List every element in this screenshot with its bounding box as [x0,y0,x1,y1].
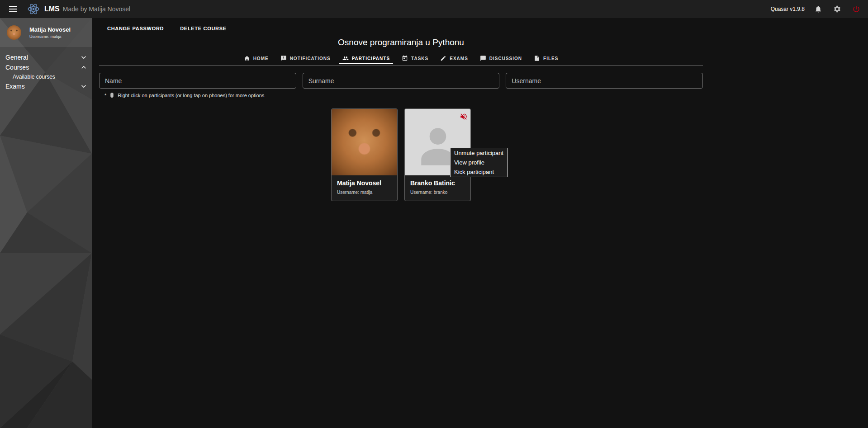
tab-notifications[interactable]: NOTIFICATIONS [275,52,337,65]
username-filter-input[interactable] [506,73,703,89]
people-icon [342,55,349,61]
logout-power-button[interactable] [851,4,862,14]
sidebar: Matija Novosel Username: matija General … [0,18,92,428]
course-actions-row: CHANGE PASSWORD DELETE COURSE [99,24,703,33]
tab-label: TASKS [411,56,428,61]
participant-filters [99,73,703,89]
change-password-button[interactable]: CHANGE PASSWORD [102,24,169,33]
framework-version-label: Quasar v1.9.8 [771,6,805,12]
top-bar: LMS Made by Matija Novosel Quasar v1.9.8 [0,0,868,18]
tab-label: EXAMS [450,56,468,61]
chevron-up-icon [79,63,88,72]
gear-icon [833,5,841,13]
chat-bubble-icon [480,55,486,61]
tab-label: FILES [543,56,558,61]
surname-filter-input[interactable] [303,73,500,89]
main-content: CHANGE PASSWORD DELETE COURSE Osnove pro… [92,18,868,428]
tab-label: PARTICIPANTS [352,56,390,61]
bell-icon [814,5,822,13]
sidebar-item-general[interactable]: General [0,52,92,62]
participant-context-menu: Unmute participant View profile Kick par… [450,148,508,177]
context-menu-item-unmute[interactable]: Unmute participant [451,148,507,158]
announcement-icon [280,55,287,61]
sidebar-item-available-courses[interactable]: Available courses [0,72,92,81]
file-icon [534,55,540,61]
context-menu-hint: * Right click on participants (or long t… [99,92,703,98]
tab-discussion[interactable]: DISCUSSION [474,52,528,65]
sidebar-user-profile[interactable]: Matija Novosel Username: matija [0,18,92,47]
chevron-down-icon [79,53,88,62]
user-username: Username: matija [29,34,71,39]
calendar-icon [402,55,408,61]
menu-toggle-button[interactable] [6,2,20,16]
pencil-icon [440,55,446,61]
participants-grid: Matija Novosel Username: matija [99,108,703,201]
participant-name: Branko Batinic [410,179,465,187]
home-icon [244,55,250,61]
participant-photo [332,109,397,175]
notifications-bell-button[interactable] [813,4,824,14]
delete-course-button[interactable]: DELETE COURSE [175,24,232,33]
app-subtitle: Made by Matija Novosel [63,5,130,13]
tab-participants[interactable]: PARTICIPANTS [337,52,396,65]
settings-gear-button[interactable] [832,4,843,14]
user-name: Matija Novosel [29,26,71,33]
volume-off-icon [460,113,468,121]
sidebar-menu: General Courses Available courses Exams [0,52,92,91]
sidebar-item-exams[interactable]: Exams [0,81,92,91]
app-name: LMS [44,5,60,13]
tab-tasks[interactable]: TASKS [396,52,434,65]
mouse-icon [109,92,115,98]
sidebar-subitem-label: Available courses [13,74,55,80]
sidebar-item-label: Courses [5,64,29,71]
power-icon [852,5,860,13]
sidebar-item-label: General [5,54,28,61]
tab-label: HOME [253,56,269,61]
tab-home[interactable]: HOME [238,52,275,65]
app-logo-atom-icon [27,3,40,15]
muted-indicator [460,113,468,121]
course-title: Osnove programiranja u Pythonu [99,37,703,48]
hint-text: Right click on participants (or long tap… [118,93,264,98]
context-menu-item-view-profile[interactable]: View profile [451,158,507,167]
sidebar-item-label: Exams [5,83,25,90]
chevron-down-icon [79,82,88,91]
participant-username: Username: branko [410,190,465,195]
tab-label: DISCUSSION [489,56,522,61]
tab-files[interactable]: FILES [528,52,564,65]
hint-asterisk: * [104,93,106,98]
participant-username: Username: matija [337,190,392,195]
tab-exams[interactable]: EXAMS [434,52,474,65]
tab-label: NOTIFICATIONS [290,56,331,61]
participant-name: Matija Novosel [337,179,392,187]
course-tabs: HOME NOTIFICATIONS PARTICIPANTS TASKS EX… [99,52,703,66]
name-filter-input[interactable] [99,73,296,89]
sidebar-item-courses[interactable]: Courses [0,62,92,72]
user-avatar [7,25,21,40]
context-menu-item-kick[interactable]: Kick participant [451,167,507,177]
participant-card[interactable]: Matija Novosel Username: matija [331,108,398,201]
